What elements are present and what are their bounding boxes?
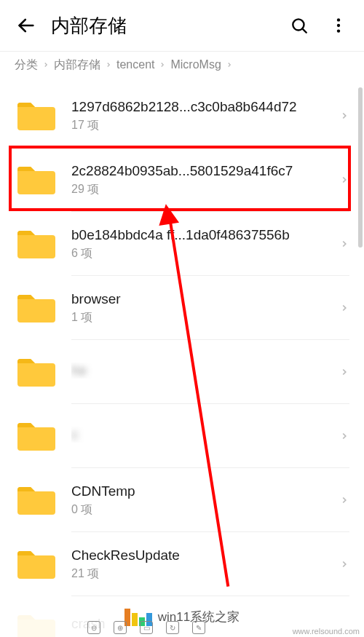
folder-icon [15,98,58,133]
search-icon [290,16,309,35]
folder-row[interactable]: b0e184bbdc4a ff...1da0f48637556b 6 项 [0,212,364,276]
file-list: 1297d6862b2128...c3c0ba8b644d72 17 项 2c2… [0,78,364,637]
header-actions [288,15,349,36]
search-button[interactable] [288,15,310,36]
breadcrumb-item[interactable]: MicroMsg [170,58,221,71]
chevron-right-icon [339,367,349,377]
chevron-right-icon [339,239,349,249]
chevron-right-icon [105,61,112,68]
chevron-right-icon [339,495,349,505]
folder-row[interactable]: CheckResUpdate 21 项 [0,532,364,596]
breadcrumb-item[interactable]: 内部存储 [54,58,100,73]
folder-name: 2c28824b0935ab...5801529a41f6c7 [71,163,332,179]
chevron-right-icon [159,61,166,68]
folder-row[interactable]: 2c28824b0935ab...5801529a41f6c7 29 项 [0,148,364,212]
chevron-right-icon [339,559,349,569]
breadcrumb: 分类 内部存储 tencent MicroMsg [0,52,364,78]
scrollbar[interactable] [358,87,363,248]
folder-name: CheckResUpdate [71,547,332,563]
svg-point-4 [337,24,340,27]
folder-count: 1 项 [71,310,332,325]
folder-icon [15,483,58,518]
file-info: CheckResUpdate 21 项 [71,547,332,582]
folder-row[interactable]: he [0,340,364,404]
svg-point-3 [337,18,340,21]
folder-icon [15,547,58,582]
folder-icon [15,226,58,261]
arrow-left-icon [16,15,36,36]
file-info: browser 1 项 [71,291,332,325]
folder-count: 21 项 [71,566,332,582]
chevron-right-icon [339,175,349,185]
folder-count: 17 项 [71,118,332,133]
tool-icon: ✎ [192,621,205,634]
back-button[interactable] [13,12,39,39]
chevron-right-icon [339,431,349,441]
chevron-right-icon [339,303,349,313]
file-info: 1297d6862b2128...c3c0ba8b644d72 17 项 [71,99,332,133]
folder-icon [15,419,58,454]
file-info: 2c28824b0935ab...5801529a41f6c7 29 项 [71,163,332,197]
folder-row[interactable]: CDNTemp 0 项 [0,468,364,532]
folder-name: c [71,427,332,443]
folder-count: 0 项 [71,502,332,518]
breadcrumb-item[interactable]: tencent [116,58,154,71]
svg-line-2 [302,28,306,32]
tool-icon: ▭ [140,621,153,634]
editor-toolbar: ⊖ ⊕ ▭ ↻ ✎ [87,621,205,634]
chevron-right-icon [226,61,233,68]
folder-count: 29 项 [71,182,332,197]
file-info: c [71,427,332,446]
folder-icon [15,162,58,197]
svg-point-5 [337,29,340,32]
folder-row[interactable]: 1297d6862b2128...c3c0ba8b644d72 17 项 [0,84,364,148]
chevron-right-icon [339,111,349,121]
folder-icon [15,355,58,389]
chevron-right-icon [42,61,50,68]
folder-row[interactable]: c [0,404,364,468]
folder-count: 6 项 [71,246,332,261]
folder-name: b0e184bbdc4a ff...1da0f48637556b [71,227,332,243]
file-info: b0e184bbdc4a ff...1da0f48637556b 6 项 [71,227,332,261]
file-info: he [71,363,332,381]
tool-icon: ⊕ [114,621,127,634]
watermark-url: www.relsound.com [293,627,360,636]
breadcrumb-item[interactable]: 分类 [15,58,38,73]
page-title: 内部存储 [51,13,288,39]
header: 内部存储 [0,0,364,51]
folder-name: he [71,363,332,379]
tool-icon: ⊖ [87,621,100,634]
folder-icon [15,290,58,325]
folder-name: 1297d6862b2128...c3c0ba8b644d72 [71,99,332,115]
folder-name: browser [71,291,332,307]
tool-icon: ↻ [166,621,179,634]
folder-row[interactable]: browser 1 项 [0,276,364,340]
file-info: CDNTemp 0 项 [71,483,332,518]
folder-name: CDNTemp [71,483,332,499]
more-button[interactable] [328,15,349,36]
more-vertical-icon [329,16,348,35]
